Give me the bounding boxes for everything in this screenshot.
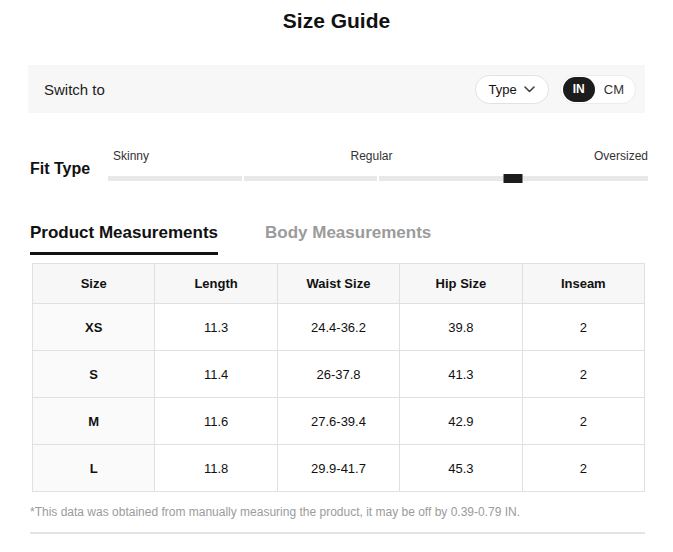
fit-track-segment bbox=[515, 176, 649, 181]
switch-to-label: Switch to bbox=[44, 81, 105, 98]
type-dropdown-label: Type bbox=[489, 82, 517, 97]
measurement-cell: 11.8 bbox=[155, 445, 277, 492]
page-title: Size Guide bbox=[0, 0, 673, 33]
measurement-cell: 45.3 bbox=[400, 445, 522, 492]
measurement-tabs: Product Measurements Body Measurements bbox=[30, 223, 645, 255]
fit-track-segment bbox=[108, 176, 242, 181]
measurement-cell: 29.9-41.7 bbox=[277, 445, 399, 492]
tab-body-measurements[interactable]: Body Measurements bbox=[265, 223, 431, 255]
table-row: M11.627.6-39.442.92 bbox=[33, 398, 645, 445]
table-header-cell: Inseam bbox=[522, 264, 644, 304]
fit-type-track bbox=[108, 176, 648, 181]
type-dropdown[interactable]: Type bbox=[475, 75, 549, 104]
fit-scale-label-skinny: Skinny bbox=[113, 149, 149, 164]
fit-scale-labels: Skinny Regular Oversized bbox=[108, 149, 648, 164]
bottom-divider bbox=[30, 532, 645, 534]
table-header-cell: Size bbox=[33, 264, 155, 304]
size-label-cell: S bbox=[33, 351, 155, 398]
measurement-cell: 24.4-36.2 bbox=[277, 304, 399, 351]
measurement-cell: 11.6 bbox=[155, 398, 277, 445]
table-header-row: SizeLengthWaist SizeHip SizeInseam bbox=[33, 264, 645, 304]
fit-track-segment bbox=[379, 176, 513, 181]
measurement-cell: 2 bbox=[522, 351, 644, 398]
table-header-cell: Waist Size bbox=[277, 264, 399, 304]
measurement-cell: 2 bbox=[522, 398, 644, 445]
fit-type-scale: Skinny Regular Oversized bbox=[108, 149, 648, 181]
size-label-cell: M bbox=[33, 398, 155, 445]
table-header-cell: Length bbox=[155, 264, 277, 304]
measurement-cell: 39.8 bbox=[400, 304, 522, 351]
measurement-cell: 42.9 bbox=[400, 398, 522, 445]
unit-toggle: IN CM bbox=[560, 75, 636, 104]
switch-controls: Type IN CM bbox=[475, 75, 636, 104]
fit-type-section: Fit Type Skinny Regular Oversized bbox=[30, 149, 648, 181]
measurement-cell: 2 bbox=[522, 445, 644, 492]
tab-product-measurements[interactable]: Product Measurements bbox=[30, 223, 218, 255]
size-label-cell: XS bbox=[33, 304, 155, 351]
table-row: XS11.324.4-36.239.82 bbox=[33, 304, 645, 351]
fit-type-label: Fit Type bbox=[30, 149, 108, 181]
table-row: L11.829.9-41.745.32 bbox=[33, 445, 645, 492]
size-table: SizeLengthWaist SizeHip SizeInseam XS11.… bbox=[32, 263, 645, 492]
fit-track-segment bbox=[244, 176, 378, 181]
table-header-cell: Hip Size bbox=[400, 264, 522, 304]
fit-scale-label-oversized: Oversized bbox=[594, 149, 648, 164]
unit-toggle-in[interactable]: IN bbox=[563, 77, 595, 102]
measurement-disclaimer: *This data was obtained from manually me… bbox=[30, 505, 645, 519]
unit-toggle-cm[interactable]: CM bbox=[595, 82, 633, 97]
measurement-cell: 27.6-39.4 bbox=[277, 398, 399, 445]
size-guide-panel: Size Guide Switch to Type IN CM Fit Type… bbox=[0, 0, 673, 552]
measurement-cell: 41.3 bbox=[400, 351, 522, 398]
fit-scale-label-regular: Regular bbox=[350, 149, 392, 164]
measurement-cell: 11.3 bbox=[155, 304, 277, 351]
table-row: S11.426-37.841.32 bbox=[33, 351, 645, 398]
switch-to-bar: Switch to Type IN CM bbox=[28, 65, 645, 113]
size-label-cell: L bbox=[33, 445, 155, 492]
measurement-cell: 26-37.8 bbox=[277, 351, 399, 398]
measurement-cell: 11.4 bbox=[155, 351, 277, 398]
fit-type-marker bbox=[504, 174, 523, 183]
measurement-cell: 2 bbox=[522, 304, 644, 351]
chevron-down-icon bbox=[524, 86, 535, 93]
